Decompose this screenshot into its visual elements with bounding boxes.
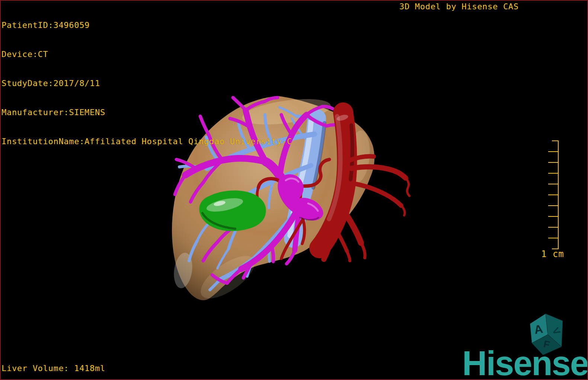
- study-date-line: StudyDate:2017/8/11: [1, 79, 292, 88]
- vessel-branch: [342, 209, 361, 243]
- institution-line: InstitutionName:Affiliated Hospital Qing…: [1, 137, 292, 146]
- vessel-branch: [361, 243, 365, 258]
- hisense-logo: Hisense: [462, 346, 588, 380]
- gallbladder: [199, 190, 266, 231]
- patient-info: PatientID:3496059 Device:CT StudyDate:20…: [1, 1, 292, 156]
- scale-label: 1 cm: [541, 249, 564, 259]
- scale-bar: 1 cm: [541, 140, 564, 259]
- device-line: Device:CT: [1, 50, 292, 59]
- patient-id-line: PatientID:3496059: [1, 20, 292, 30]
- watermark-title: 3D Model by Hisense CAS: [399, 2, 519, 12]
- aorta-shadow: [351, 125, 352, 180]
- vessel-branch: [347, 251, 350, 261]
- liver-volume-readout: Liver Volume: 1418ml: [1, 364, 105, 373]
- vessel-branch: [272, 246, 274, 262]
- vessel-branch: [406, 178, 409, 196]
- manufacturer-line: Manufacturer:SIEMENS: [1, 108, 292, 117]
- vessel-branch: [401, 206, 405, 215]
